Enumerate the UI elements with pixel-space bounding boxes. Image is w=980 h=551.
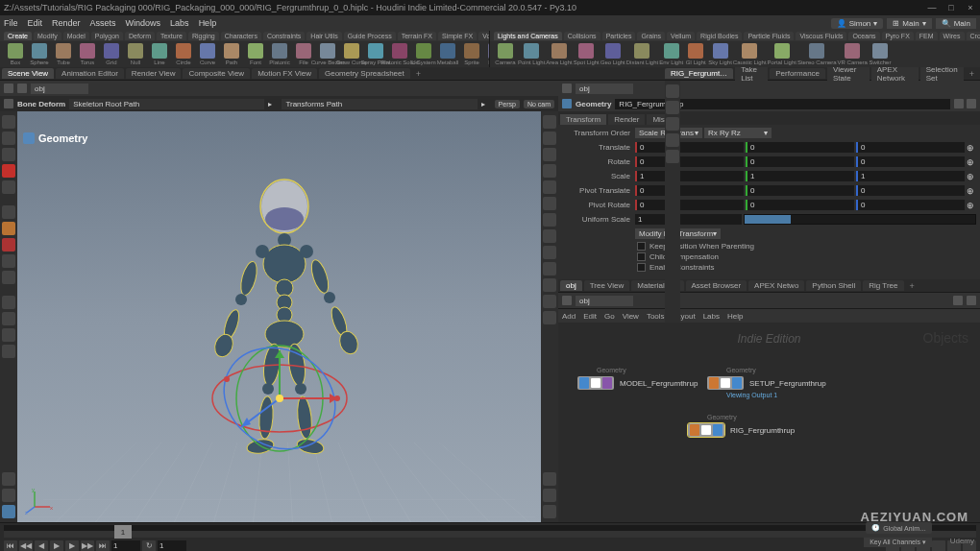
- rotate-handle-icon[interactable]: ⊕: [967, 157, 976, 167]
- add-tab-button[interactable]: +: [412, 69, 425, 79]
- net-menu-add[interactable]: Add: [562, 312, 576, 321]
- shelf-tab-terrain-fx[interactable]: Terrain FX: [398, 32, 436, 40]
- dropdown-rot-order[interactable]: Rx Ry Rz▾: [704, 128, 772, 138]
- net-x-icon[interactable]: [967, 296, 976, 305]
- tool-l-system[interactable]: L-System: [412, 43, 435, 65]
- shelf-tab-guide-process[interactable]: Guide Process: [344, 32, 396, 40]
- persp-button[interactable]: Persp: [495, 100, 520, 108]
- net-path-obj[interactable]: obj: [576, 296, 633, 306]
- scale-tool[interactable]: [2, 180, 15, 194]
- tool-portal-light[interactable]: Portal Light: [768, 43, 796, 65]
- snap-grid-tool[interactable]: [2, 222, 15, 235]
- shelf-tab-particle-fluids[interactable]: Particle Fluids: [744, 32, 794, 40]
- tool-box[interactable]: Box: [4, 43, 27, 65]
- info-tool[interactable]: [2, 472, 15, 486]
- tool-area-light[interactable]: Area Light: [546, 43, 572, 65]
- shelf-tab-collisions[interactable]: Collisions: [564, 32, 600, 40]
- right-path-obj[interactable]: obj: [576, 84, 633, 94]
- tool-sprite[interactable]: Sprite: [460, 43, 483, 65]
- add-tab-button[interactable]: +: [906, 281, 919, 291]
- shelf-tab-volume[interactable]: Volume: [478, 32, 489, 40]
- tool-torus[interactable]: Torus: [76, 43, 99, 65]
- path-obj[interactable]: obj: [31, 84, 88, 94]
- scale-x[interactable]: [635, 171, 744, 181]
- arrow2-icon[interactable]: ▸: [481, 100, 491, 108]
- snap-tool[interactable]: [2, 205, 15, 219]
- select-tool[interactable]: [2, 115, 15, 129]
- net-menu-edit[interactable]: Edit: [583, 312, 597, 321]
- pane-tab-render-view[interactable]: Render View: [126, 68, 182, 79]
- tool-null[interactable]: Null: [124, 43, 147, 65]
- shelf-tab-characters[interactable]: Characters: [221, 32, 261, 40]
- shelf-tab-hair-utils[interactable]: Hair Utils: [306, 32, 341, 40]
- pane-tab-scene-view[interactable]: Scene View: [2, 68, 54, 79]
- tool-platonic-solids[interactable]: Platonic Solids: [388, 43, 411, 65]
- draw-tool[interactable]: [2, 328, 15, 342]
- pane-tab-rig-fergrumt-[interactable]: RIG_Fergrumt…: [665, 68, 733, 79]
- shelf-tab-vellum[interactable]: Vellum: [667, 32, 695, 40]
- pane-tab-python-shell[interactable]: Python Shell: [806, 280, 861, 291]
- pane-tab-animation-editor[interactable]: Animation Editor: [56, 68, 124, 79]
- network-canvas[interactable]: Indie Edition Objects Geometry MODEL_Fer…: [558, 323, 980, 522]
- tool-geo-light[interactable]: Geo Light: [600, 43, 625, 65]
- current-frame-field[interactable]: [111, 540, 140, 551]
- menu-file[interactable]: File: [4, 18, 18, 28]
- node-setup[interactable]: Geometry SETUP_Fergrumthrup Viewing Outp…: [707, 376, 826, 390]
- net-menu-go[interactable]: Go: [604, 312, 615, 321]
- net-menu-help[interactable]: Help: [727, 312, 743, 321]
- loop-button[interactable]: ↻: [142, 540, 156, 551]
- checkbox-icon[interactable]: [637, 252, 646, 261]
- tab-render[interactable]: Render: [608, 114, 645, 125]
- mid-a[interactable]: [666, 101, 679, 114]
- shelf-tab-modify[interactable]: Modify: [34, 32, 61, 40]
- shelf-tab-wires[interactable]: Wires: [940, 32, 965, 40]
- play-back-button[interactable]: ▶: [50, 540, 63, 551]
- shelf-tab-particles[interactable]: Particles: [602, 32, 636, 40]
- check-child-comp[interactable]: Child Compensation: [562, 252, 976, 261]
- mid-d[interactable]: [666, 150, 679, 163]
- mid-b[interactable]: [666, 117, 679, 131]
- translate-handle-icon[interactable]: ⊕: [967, 143, 976, 153]
- disp-opt-5[interactable]: [543, 180, 556, 194]
- menu-render[interactable]: Render: [52, 18, 81, 28]
- pivot-tz[interactable]: [856, 185, 965, 196]
- pivot-ry[interactable]: [746, 200, 854, 210]
- pane-tab-tree-view[interactable]: Tree View: [584, 280, 630, 291]
- prev-frame-button[interactable]: ◀: [35, 540, 48, 551]
- tool-path[interactable]: Path: [220, 43, 243, 65]
- shelf-tab-fem[interactable]: FEM: [916, 32, 938, 40]
- tab-transform[interactable]: Transform: [560, 114, 606, 125]
- tool-circle[interactable]: Circle: [172, 43, 195, 65]
- tool-tube[interactable]: Tube: [52, 43, 75, 65]
- rotate-z[interactable]: [856, 156, 965, 167]
- tool-sky-light[interactable]: Sky Light: [708, 43, 732, 65]
- disp-opt-9[interactable]: [543, 246, 556, 259]
- nav-icon[interactable]: [17, 84, 27, 93]
- next-key-button[interactable]: ▶▶: [81, 540, 94, 551]
- help-tool[interactable]: [2, 505, 15, 518]
- net-menu-view[interactable]: View: [623, 312, 639, 321]
- shelf-tab-viscous-fluids[interactable]: Viscous Fluids: [796, 32, 846, 40]
- pivot-t-handle-icon[interactable]: ⊕: [967, 186, 976, 196]
- disp-opt-11[interactable]: [543, 278, 556, 292]
- pivot-r-handle-icon[interactable]: ⊕: [967, 201, 976, 210]
- menu-help[interactable]: Help: [199, 18, 217, 28]
- tool-env-light[interactable]: Env Light: [659, 43, 683, 65]
- shelf-tab-deform[interactable]: Deform: [125, 32, 155, 40]
- nocam-button[interactable]: No cam: [524, 100, 554, 108]
- tool-switcher[interactable]: Switcher: [869, 43, 892, 65]
- translate-y[interactable]: [746, 142, 854, 153]
- disp-opt-13[interactable]: [543, 311, 556, 324]
- arrow-icon[interactable]: ▸: [268, 100, 278, 108]
- scale-handle-icon[interactable]: ⊕: [967, 172, 976, 181]
- tc-d[interactable]: [932, 540, 945, 551]
- pane-tab-asset-browser[interactable]: Asset Browser: [686, 280, 747, 291]
- add-tab-button[interactable]: +: [966, 69, 978, 79]
- shelf-tab-create[interactable]: Create: [4, 32, 32, 40]
- pivot-rx[interactable]: [635, 200, 744, 210]
- pane-tab-rig-tree[interactable]: Rig Tree: [863, 280, 903, 291]
- shelf-tab-texture[interactable]: Texture: [157, 32, 186, 40]
- anchor-icon[interactable]: [4, 99, 13, 108]
- uniform-scale-slider[interactable]: [744, 214, 976, 225]
- pane-tab-apex-netwo[interactable]: APEX Netwo: [748, 280, 804, 291]
